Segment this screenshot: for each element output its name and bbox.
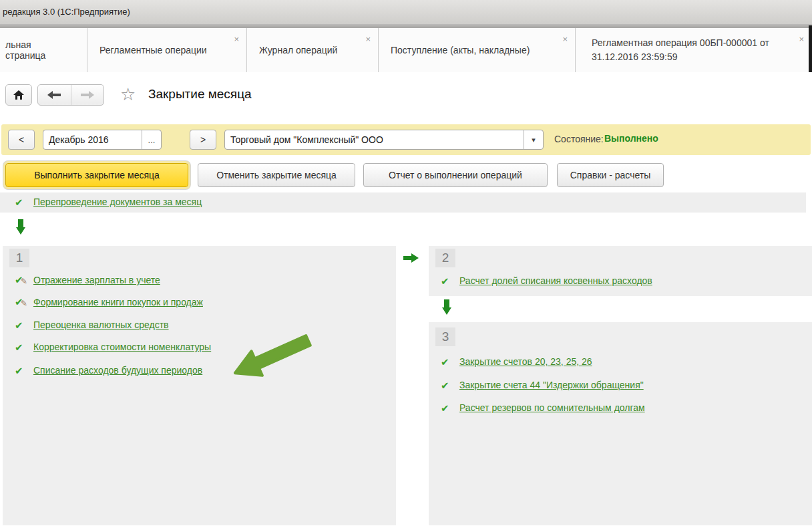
organization-value[interactable]: Торговый дом "Комплексный" ООО — [225, 130, 524, 149]
operation-link[interactable]: Отражение зарплаты в учете — [33, 275, 160, 285]
forward-button[interactable] — [71, 85, 104, 105]
list-item: ✔ Списание расходов будущих периодов — [15, 365, 202, 376]
check-icon: ✔ — [15, 366, 33, 376]
period-choose-button[interactable]: ... — [142, 130, 161, 149]
flow-down-arrow-icon — [442, 299, 451, 315]
application-window: редакция 3.0 (1С:Предприятие) льная стра… — [0, 0, 812, 528]
next-period-button[interactable]: > — [190, 130, 216, 150]
back-button[interactable] — [38, 85, 71, 105]
window-titlebar: редакция 3.0 (1С:Предприятие) — [0, 0, 812, 24]
operation-link[interactable]: Корректировка стоимости номенклатуры — [33, 342, 211, 352]
check-icon: ✔ — [441, 357, 459, 367]
section-number-badge: 1 — [9, 249, 29, 267]
check-icon: ✔ — [441, 380, 459, 390]
tab-label: льная страница — [5, 39, 69, 61]
operation-link[interactable]: Переоценка валютных средств — [33, 319, 169, 330]
status-value: Выполнено — [604, 133, 658, 144]
check-icon: ✔ — [15, 320, 33, 330]
check-icon: ✔ — [15, 342, 33, 352]
tab-receipts[interactable]: Поступление (акты, накладные) × — [379, 28, 576, 72]
favorite-star-icon[interactable]: ☆ — [120, 86, 136, 103]
reposting-link[interactable]: Перепроведение документов за месяц — [33, 196, 202, 207]
operation-link[interactable]: Закрытие счетов 20, 23, 25, 26 — [459, 356, 592, 367]
list-item: ✔ Закрытие счетов 20, 23, 25, 26 — [441, 356, 592, 367]
list-item: ✔ Закрытие счета 44 "Издержки обращения" — [441, 380, 644, 390]
navigation-row: ☆ Закрытие месяца — [0, 72, 812, 119]
window-title: редакция 3.0 (1С:Предприятие) — [3, 7, 130, 17]
tab-routine-operations[interactable]: Регламентные операции × — [87, 28, 247, 72]
tab-bar: льная страница Регламентные операции × Ж… — [0, 28, 812, 73]
section-number-badge: 2 — [435, 249, 455, 267]
cancel-month-closing-button[interactable]: Отменить закрытие месяца — [198, 163, 355, 187]
check-pencil-icon: ✔ ✎ — [15, 275, 33, 285]
back-arrow-icon — [47, 91, 61, 99]
tab-label: Регламентная операция 00БП-000001 от 31.… — [592, 36, 794, 64]
organization-select[interactable]: Торговый дом "Комплексный" ООО ▾ — [224, 130, 544, 150]
tab-routine-operation-document[interactable]: Регламентная операция 00БП-000001 от 31.… — [576, 28, 812, 72]
references-calculations-button[interactable]: Справки - расчеты — [557, 163, 664, 187]
check-pencil-icon: ✔ ✎ — [15, 297, 33, 307]
status-label: Состояние: — [554, 134, 604, 144]
section-number-badge: 3 — [435, 327, 455, 346]
forward-arrow-icon — [81, 91, 94, 99]
operations-report-button[interactable]: Отчет о выполнении операций — [363, 163, 548, 187]
list-item: ✔ ✎ Формирование книги покупок и продаж — [15, 297, 203, 307]
operation-link[interactable]: Списание расходов будущих периодов — [33, 365, 202, 376]
period-toolbar: < Декабрь 2016 ... > Торговый дом "Компл… — [1, 124, 811, 155]
period-value[interactable]: Декабрь 2016 — [43, 130, 142, 149]
previous-period-button[interactable]: < — [8, 130, 35, 150]
tab-operations-journal[interactable]: Журнал операций × — [247, 28, 379, 72]
list-item: ✔ Корректировка стоимости номенклатуры — [15, 342, 211, 352]
chevron-down-icon[interactable]: ▾ — [524, 130, 543, 149]
list-item: ✔ ✎ Отражение зарплаты в учете — [15, 275, 160, 285]
close-icon[interactable]: × — [365, 35, 371, 43]
window-edge — [809, 25, 812, 74]
tab-label: Поступление (акты, накладные) — [391, 45, 530, 55]
section-1-panel: 1 ✔ ✎ Отражение зарплаты в учете ✔ ✎ Фор… — [3, 246, 396, 525]
list-item: ✔ Переоценка валютных средств — [15, 319, 169, 330]
home-icon — [13, 90, 24, 100]
period-field[interactable]: Декабрь 2016 ... — [43, 130, 162, 150]
page-title: Закрытие месяца — [148, 87, 252, 102]
tab-label: Журнал операций — [259, 45, 337, 55]
home-button[interactable] — [5, 84, 32, 106]
close-icon[interactable]: × — [799, 35, 804, 43]
operation-link[interactable]: Расчет резервов по сомнительным долгам — [459, 402, 645, 413]
list-item: ✔ Расчет резервов по сомнительным долгам — [441, 402, 645, 413]
check-icon: ✔ — [441, 403, 459, 413]
check-icon: ✔ — [441, 276, 459, 286]
tab-label: Регламентные операции — [99, 45, 207, 55]
history-buttons — [37, 84, 104, 106]
tab-home-page[interactable]: льная страница — [0, 28, 87, 72]
list-item: ✔ Расчет долей списания косвенных расход… — [441, 275, 652, 286]
check-icon: ✔ — [15, 197, 23, 207]
close-icon[interactable]: × — [234, 35, 239, 43]
operation-link[interactable]: Закрытие счета 44 "Издержки обращения" — [459, 380, 644, 390]
operation-link[interactable]: Расчет долей списания косвенных расходов — [459, 275, 652, 286]
section-3-panel: 3 ✔ Закрытие счетов 20, 23, 25, 26 ✔ Зак… — [429, 322, 812, 525]
section-2-panel: 2 ✔ Расчет долей списания косвенных расх… — [429, 246, 812, 296]
flow-down-arrow-icon — [16, 219, 25, 235]
run-month-closing-button[interactable]: Выполнить закрытие месяца — [5, 163, 188, 187]
operation-link[interactable]: Формирование книги покупок и продаж — [33, 297, 203, 307]
close-icon[interactable]: × — [562, 35, 568, 43]
flow-right-arrow-icon — [403, 253, 419, 263]
reposting-row: ✔ Перепроведение документов за месяц — [0, 192, 806, 213]
